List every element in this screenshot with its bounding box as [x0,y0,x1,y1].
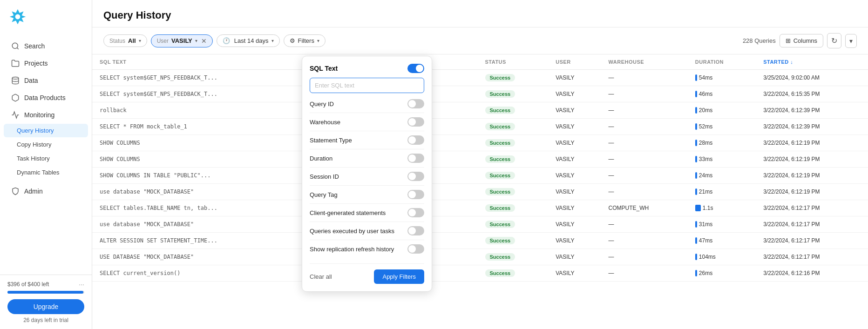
col-warehouse[interactable]: WAREHOUSE [601,54,688,70]
table-row[interactable]: SELECT tables.TABLE_NAME tn, tab... ...0… [92,200,868,216]
table-row[interactable]: SHOW COLUMNS ...0299deb235 Success VASIL… [92,151,868,168]
filter-row-toggle-1[interactable] [407,117,424,127]
filter-row-toggle-5[interactable] [407,190,424,199]
col-duration[interactable]: DURATION [688,54,756,70]
table-row[interactable]: use database "MOCK_DATABASE" ...0299deb2… [92,216,868,233]
time-filter[interactable]: 🕐 Last 14 days ▾ [217,34,280,47]
sidebar-item-monitoring[interactable]: Monitoring [4,107,88,123]
status-filter[interactable]: Status All ▾ [103,34,147,47]
apply-filters-button[interactable]: Apply Filters [374,269,424,284]
sidebar-item-data-products[interactable]: Data Products [4,89,88,106]
sidebar-item-data[interactable]: Data [4,72,88,89]
filters-button[interactable]: ⚙ Filters ▾ [284,34,326,47]
table-row[interactable]: SELECT system$GET_NPS_FEEDBACK_T... ...0… [92,70,868,86]
filter-row-toggle-7[interactable] [407,226,424,235]
sql-text-input[interactable] [310,78,424,93]
cell-status-0: Success [478,70,549,86]
cell-duration-6: 24ms [688,168,756,184]
cell-started-0: 3/25/2024, 9:02:00 AM [756,70,868,86]
refresh-button[interactable]: ↻ [827,33,841,48]
columns-button[interactable]: ⊞ Columns [780,34,823,47]
table-row[interactable]: USE DATABASE "MOCK_DATABASE" ...0299dec1… [92,249,868,265]
search-icon [11,42,20,50]
budget-label: $396 of $400 left [7,281,49,288]
filter-row-4: Session ID [310,168,424,186]
budget-bar-bg [7,291,84,294]
cell-user-6: VASILY [548,168,601,184]
filter-row-7: Queries executed by user tasks [310,222,424,240]
sidebar-item-task-history[interactable]: Task History [4,152,88,165]
svg-point-2 [12,43,18,48]
filter-row-label-6: Client-generated statements [310,209,386,216]
cell-sql-1: SELECT system$GET_NPS_FEEDBACK_T... [92,86,300,102]
trial-text: 26 days left in trial [7,317,84,323]
user-filter-close-icon[interactable]: ✕ [201,37,207,45]
query-table: SQL TEXT QUERY ID STATUS USER WAREHOUSE … [92,54,868,282]
cell-duration-9: 31ms [688,216,756,233]
filter-row-label-8: Show replication refresh history [310,246,394,253]
cell-warehouse-4: — [601,135,688,151]
cell-status-6: Success [478,168,549,184]
cell-status-12: Success [478,265,549,282]
cell-started-8: 3/22/2024, 6:12:17 PM [756,200,868,216]
budget-options-icon[interactable]: ··· [79,281,84,288]
toggle-knob-5 [408,191,416,198]
sidebar-item-copy-history[interactable]: Copy History [4,138,88,151]
shield-icon [11,187,20,195]
filter-row-toggle-0[interactable] [407,99,424,108]
toggle-knob-8 [408,245,416,253]
filter-row-toggle-2[interactable] [407,135,424,145]
cell-status-9: Success [478,216,549,233]
sidebar-item-projects[interactable]: Projects [4,55,88,72]
toolbar: Status All ▾ User VASILY ▾ ✕ 🕐 Last 14 d… [92,27,868,54]
table-row[interactable]: SELECT system$GET_NPS_FEEDBACK_T... ...0… [92,86,868,102]
table-row[interactable]: use database "MOCK_DATABASE" ...0299de92… [92,184,868,200]
table-row[interactable]: SHOW COLUMNS IN TABLE "PUBLIC"... ...029… [92,168,868,184]
cell-warehouse-11: — [601,249,688,265]
col-user[interactable]: USER [548,54,601,70]
sql-text-toggle[interactable] [407,64,424,73]
cell-sql-11: USE DATABASE "MOCK_DATABASE" [92,249,300,265]
table-row[interactable]: SHOW COLUMNS ...0299deb239 Success VASIL… [92,135,868,151]
cell-warehouse-5: — [601,151,688,168]
cell-user-4: VASILY [548,135,601,151]
col-started[interactable]: STARTED ↓ [756,54,868,70]
cell-sql-0: SELECT system$GET_NPS_FEEDBACK_T... [92,70,300,86]
table-row[interactable]: SELECT * FROM mock_table_1 ...0299dec1c1… [92,119,868,135]
table-row[interactable]: SELECT current_version() 01b32910-0202-8… [92,265,868,282]
filter-row-label-7: Queries executed by user tasks [310,228,394,235]
filter-row-toggle-8[interactable] [407,244,424,254]
page-title: Query History [103,9,857,21]
status-value: All [128,37,136,44]
sidebar-item-dynamic-tables[interactable]: Dynamic Tables [4,166,88,179]
expand-button[interactable]: ▾ [845,34,857,48]
cell-status-10: Success [478,233,549,249]
table-row[interactable]: rollback ...0299deb241 Success VASILY — … [92,102,868,119]
filter-row-toggle-3[interactable] [407,154,424,163]
sidebar-item-query-history[interactable]: Query History [4,124,88,137]
filter-row-label-0: Query ID [310,101,334,107]
cell-duration-3: 52ms [688,119,756,135]
filter-row-toggle-6[interactable] [407,208,424,217]
cell-warehouse-1: — [601,86,688,102]
sidebar-item-search[interactable]: Search [4,38,88,54]
upgrade-button[interactable]: Upgrade [7,299,84,314]
filters-label: Filters [298,37,314,44]
toggle-knob [416,65,423,72]
cell-warehouse-9: — [601,216,688,233]
clear-all-button[interactable]: Clear all [310,273,332,280]
col-status[interactable]: STATUS [478,54,549,70]
user-filter[interactable]: User VASILY ▾ ✕ [151,34,213,47]
cell-user-11: VASILY [548,249,601,265]
cell-started-12: 3/22/2024, 6:12:16 PM [756,265,868,282]
filter-row-8: Show replication refresh history [310,240,424,258]
cell-user-2: VASILY [548,102,601,119]
filter-row-toggle-4[interactable] [407,172,424,181]
toggle-knob-0 [408,100,416,107]
cell-duration-4: 28ms [688,135,756,151]
cell-duration-7: 21ms [688,184,756,200]
cell-duration-5: 33ms [688,151,756,168]
col-sql-text[interactable]: SQL TEXT [92,54,300,70]
table-row[interactable]: ALTER SESSION SET STATEMENT_TIME... ...0… [92,233,868,249]
sidebar-item-admin[interactable]: Admin [4,183,88,200]
